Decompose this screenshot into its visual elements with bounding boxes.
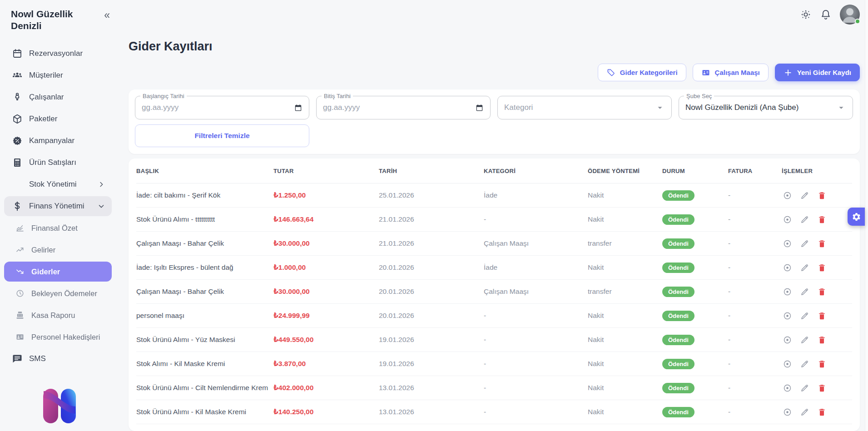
delete-button[interactable] bbox=[817, 239, 827, 248]
sidebar-item-stok-yonetimi[interactable]: Stok Yönetimi bbox=[4, 174, 112, 194]
end-date-field[interactable]: Bitiş Tarihi bbox=[316, 96, 491, 119]
expense-amount: ₺24.999,99 bbox=[273, 312, 379, 320]
edit-button[interactable] bbox=[800, 311, 809, 321]
expense-title: Stok Alımı - Kil Maske Kremi bbox=[136, 360, 273, 368]
expense-amount: ₺30.000,00 bbox=[273, 239, 379, 248]
clear-filters-button[interactable]: Filtreleri Temizle bbox=[135, 124, 309, 147]
expense-title: Çalışan Maaşı - Bahar Çelik bbox=[136, 287, 273, 296]
sms-icon bbox=[12, 353, 23, 364]
company-logo bbox=[40, 386, 79, 426]
sidebar-item-bekleyen-odemeler[interactable]: Bekleyen Ödemeler bbox=[4, 283, 112, 303]
sidebar-item-giderler[interactable]: Giderler bbox=[4, 262, 112, 282]
expense-categories-label: Gider Kategorileri bbox=[620, 69, 678, 76]
expense-payment: transfer bbox=[588, 287, 662, 296]
delete-button[interactable] bbox=[817, 407, 827, 417]
edit-button[interactable] bbox=[800, 215, 809, 224]
sidebar-item-label: SMS bbox=[29, 354, 46, 363]
status-badge: Ödendi bbox=[662, 359, 694, 369]
calendar-picker-icon[interactable] bbox=[475, 104, 484, 112]
expense-categories-button[interactable]: Gider Kategorileri bbox=[598, 64, 686, 81]
edit-button[interactable] bbox=[800, 407, 809, 417]
view-button[interactable] bbox=[783, 335, 792, 345]
calendar-picker-icon[interactable] bbox=[294, 104, 303, 112]
user-avatar[interactable] bbox=[840, 5, 860, 25]
status-badge: Ödendi bbox=[662, 335, 694, 345]
expense-amount: ₺1.000,00 bbox=[273, 263, 379, 272]
settings-fab[interactable] bbox=[848, 208, 865, 226]
view-button[interactable] bbox=[783, 191, 792, 200]
sidebar-item-sms[interactable]: SMS bbox=[4, 349, 112, 369]
sidebar-item-kasa-raporu[interactable]: Kasa Raporu bbox=[4, 305, 112, 325]
sidebar-item-calisanlar[interactable]: Çalışanlar bbox=[4, 87, 112, 107]
end-date-input[interactable] bbox=[323, 103, 475, 112]
view-button[interactable] bbox=[783, 287, 792, 297]
table-row: personel maaşı₺24.999,9920.01.2026-Nakit… bbox=[136, 304, 852, 328]
employee-salary-button[interactable]: Çalışan Maaşı bbox=[693, 64, 769, 81]
sidebar-item-rezervasyonlar[interactable]: Rezervasyonlar bbox=[4, 44, 112, 64]
edit-button[interactable] bbox=[800, 239, 809, 248]
delete-button[interactable] bbox=[817, 263, 827, 272]
scrollbar[interactable] bbox=[865, 0, 868, 431]
expense-invoice: - bbox=[728, 360, 782, 368]
expense-category: - bbox=[484, 384, 588, 392]
sidebar-item-label: Müşteriler bbox=[29, 71, 63, 80]
view-button[interactable] bbox=[783, 407, 792, 417]
sidebar-item-label: Rezervasyonlar bbox=[29, 49, 83, 58]
edit-button[interactable] bbox=[800, 191, 809, 200]
row-actions bbox=[782, 287, 852, 297]
delete-button[interactable] bbox=[817, 215, 827, 224]
edit-button[interactable] bbox=[800, 359, 809, 369]
delete-button[interactable] bbox=[817, 287, 827, 297]
category-select[interactable]: Kategori bbox=[497, 96, 672, 119]
view-button[interactable] bbox=[783, 263, 792, 272]
expense-date: 21.01.2026 bbox=[379, 239, 484, 248]
expense-title: İade: Işıltı Ekspres - bülent dağ bbox=[136, 263, 273, 272]
sidebar-item-personel-hakedisleri[interactable]: Personel Hakedişleri bbox=[4, 327, 112, 347]
branch-select[interactable]: Şube Seç Nowl Güzellik Denizli (Ana Şube… bbox=[679, 96, 853, 119]
sidebar-item-gelirler[interactable]: Gelirler bbox=[4, 240, 112, 260]
category-select-value: Kategori bbox=[504, 103, 655, 112]
expense-payment: Nakit bbox=[588, 312, 662, 320]
view-button[interactable] bbox=[783, 239, 792, 248]
sidebar-item-musteriler[interactable]: Müşteriler bbox=[4, 65, 112, 85]
sidebar-item-label: Giderler bbox=[31, 268, 60, 276]
delete-button[interactable] bbox=[817, 359, 827, 369]
delete-button[interactable] bbox=[817, 383, 827, 393]
row-actions bbox=[782, 311, 852, 321]
expense-amount: ₺146.663,64 bbox=[273, 215, 379, 223]
delete-button[interactable] bbox=[817, 191, 827, 200]
sidebar-item-kampanyalar[interactable]: Kampanyalar bbox=[4, 131, 112, 151]
edit-button[interactable] bbox=[800, 335, 809, 345]
edit-button[interactable] bbox=[800, 263, 809, 272]
register-icon bbox=[15, 311, 25, 320]
sidebar-item-label: Ürün Satışları bbox=[29, 158, 76, 167]
expense-category: Çalışan Maaşı bbox=[484, 239, 588, 248]
view-button[interactable] bbox=[783, 215, 792, 224]
expense-invoice: - bbox=[728, 312, 782, 320]
package-icon bbox=[12, 114, 23, 124]
delete-button[interactable] bbox=[817, 311, 827, 321]
sidebar-item-finans-yonetimi[interactable]: Finans Yönetimi bbox=[4, 196, 112, 216]
sidebar-item-urun-satislari[interactable]: Ürün Satışları bbox=[4, 153, 112, 173]
delete-button[interactable] bbox=[817, 335, 827, 345]
row-actions bbox=[782, 407, 852, 417]
start-date-input[interactable] bbox=[142, 103, 294, 112]
edit-button[interactable] bbox=[800, 383, 809, 393]
edit-button[interactable] bbox=[800, 287, 809, 297]
view-button[interactable] bbox=[783, 311, 792, 321]
bell-icon[interactable] bbox=[820, 9, 832, 20]
dollar-icon bbox=[12, 201, 23, 212]
sidebar-item-finansal-ozet[interactable]: Finansal Özet bbox=[4, 218, 112, 238]
brightness-icon[interactable] bbox=[800, 9, 812, 20]
new-expense-button[interactable]: Yeni Gider Kaydı bbox=[775, 64, 860, 81]
start-date-label: Başlangıç Tarihi bbox=[140, 93, 187, 99]
discount-icon bbox=[12, 135, 23, 146]
collapse-sidebar-icon[interactable]: « bbox=[104, 10, 110, 20]
employee-salary-label: Çalışan Maaşı bbox=[715, 69, 760, 76]
view-button[interactable] bbox=[783, 359, 792, 369]
sidebar-item-paketler[interactable]: Paketler bbox=[4, 109, 112, 129]
expense-date: 13.01.2026 bbox=[379, 384, 484, 392]
start-date-field[interactable]: Başlangıç Tarihi bbox=[135, 96, 309, 119]
expense-payment: Nakit bbox=[588, 384, 662, 392]
view-button[interactable] bbox=[783, 383, 792, 393]
